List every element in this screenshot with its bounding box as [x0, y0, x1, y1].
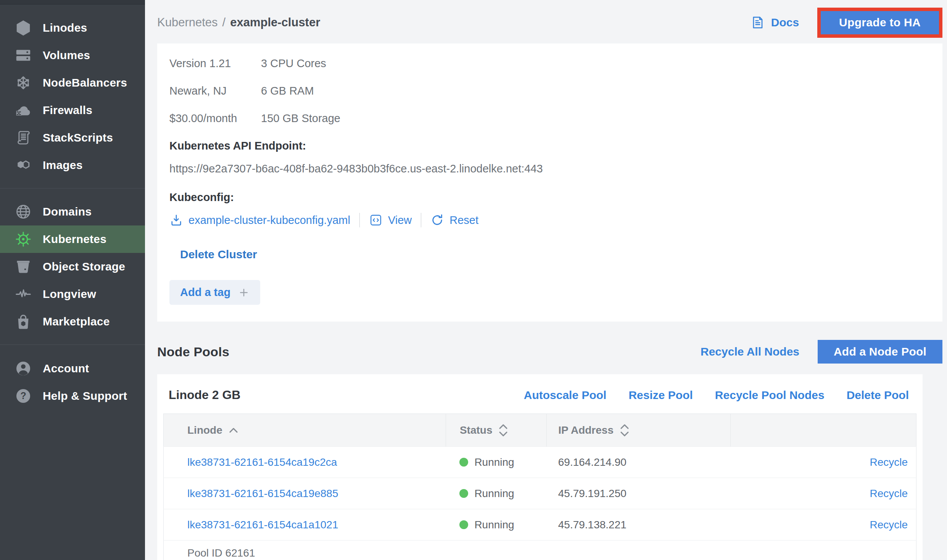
column-header-linode[interactable]: Linode: [164, 414, 446, 447]
status-dot-running: [459, 489, 468, 498]
sidebar-item-kubernetes[interactable]: Kubernetes: [0, 225, 145, 253]
status-label: Running: [474, 456, 514, 468]
sidebar-item-nodebalancers[interactable]: NodeBalancers: [0, 69, 145, 97]
status-label: Running: [474, 519, 514, 531]
sidebar-item-stackscripts[interactable]: StackScripts: [0, 124, 145, 151]
sidebar-item-linodes[interactable]: Linodes: [0, 14, 145, 42]
delete-cluster-link[interactable]: Delete Cluster: [180, 248, 257, 261]
plus-icon: [238, 287, 250, 298]
sidebar-item-label: Linodes: [43, 21, 87, 34]
kubeconfig-row: example-cluster-kubeconfig.yaml View Res…: [169, 213, 927, 227]
column-label: Linode: [187, 424, 222, 436]
sidebar: Linodes Volumes NodeBalancers: [0, 0, 145, 560]
sidebar-item-images[interactable]: Images: [0, 151, 145, 179]
view-kubeconfig-link[interactable]: View: [369, 213, 412, 227]
linodes-icon: [14, 18, 33, 37]
breadcrumb: Kubernetes / example-cluster: [157, 16, 320, 29]
breadcrumb-cluster-name: example-cluster: [230, 16, 320, 29]
node-ip: 45.79.191.250: [547, 478, 730, 509]
sidebar-top-strip: [0, 0, 145, 5]
docs-label: Docs: [771, 16, 799, 29]
delete-pool-link[interactable]: Delete Pool: [847, 389, 909, 402]
reset-label: Reset: [449, 214, 478, 227]
recycle-node-link[interactable]: Recycle: [870, 456, 908, 468]
sidebar-item-marketplace[interactable]: Marketplace: [0, 308, 145, 335]
status-label: Running: [474, 488, 514, 500]
autoscale-pool-link[interactable]: Autoscale Pool: [524, 389, 607, 402]
sidebar-item-domains[interactable]: Domains: [0, 198, 145, 225]
nodebalancers-icon: [14, 73, 33, 92]
download-icon: [169, 213, 183, 227]
sidebar-divider: [0, 188, 145, 188]
node-link[interactable]: lke38731-62161-6154ca19e885: [187, 488, 338, 500]
node-pools-header: Node Pools Recycle All Nodes Add a Node …: [157, 340, 942, 364]
recycle-pool-nodes-link[interactable]: Recycle Pool Nodes: [715, 389, 825, 402]
sort-both-icon: [620, 423, 630, 437]
kubernetes-icon: [14, 230, 33, 249]
sidebar-item-label: NodeBalancers: [43, 76, 127, 89]
sidebar-item-object-storage[interactable]: Object Storage: [0, 253, 145, 280]
sidebar-item-label: Marketplace: [43, 315, 110, 328]
recycle-node-link[interactable]: Recycle: [870, 519, 908, 531]
svg-text:?: ?: [20, 390, 26, 401]
separator: [421, 213, 421, 227]
docs-icon: [751, 15, 765, 30]
pool-id: Pool ID 62161: [164, 541, 916, 560]
main-content: Kubernetes / example-cluster Docs Upgrad…: [145, 0, 947, 560]
upgrade-to-ha-button[interactable]: Upgrade to HA: [821, 11, 939, 34]
cluster-summary-card: Version 1.21 3 CPU Cores Newark, NJ 6 GB…: [157, 43, 942, 322]
upgrade-ha-highlight-box: Upgrade to HA: [817, 8, 942, 38]
cluster-ram: 6 GB RAM: [261, 85, 314, 97]
status-dot-running: [459, 520, 468, 529]
breadcrumb-kubernetes-link[interactable]: Kubernetes: [157, 16, 218, 29]
kubeconfig-download-link[interactable]: example-cluster-kubeconfig.yaml: [169, 213, 350, 227]
spec-row: Version 1.21 3 CPU Cores: [169, 57, 927, 70]
sidebar-item-volumes[interactable]: Volumes: [0, 42, 145, 69]
table-row: lke38731-62161-6154ca19c2ca Running 69.1…: [164, 447, 916, 478]
column-header-actions: [730, 414, 916, 447]
volumes-icon: [14, 46, 33, 65]
stackscripts-icon: [14, 128, 33, 147]
status-dot-running: [459, 458, 468, 467]
cluster-storage: 150 GB Storage: [261, 112, 340, 125]
kubeconfig-label: Kubeconfig:: [169, 191, 927, 204]
recycle-all-nodes-link[interactable]: Recycle All Nodes: [701, 345, 799, 358]
sidebar-item-label: Object Storage: [43, 260, 125, 273]
linode-cloud-manager: Linodes Volumes NodeBalancers: [0, 0, 947, 560]
node-ip: 69.164.214.90: [547, 447, 730, 478]
images-icon: [14, 156, 33, 175]
api-endpoint-url: https://9e2a7307-b6ac-408f-ba62-9483b0b3…: [169, 163, 927, 175]
sidebar-item-account[interactable]: Account: [0, 355, 145, 382]
column-header-status[interactable]: Status: [446, 414, 546, 447]
help-icon: ?: [14, 386, 33, 406]
reset-kubeconfig-link[interactable]: Reset: [430, 213, 478, 227]
sidebar-item-longview[interactable]: Longview: [0, 280, 145, 308]
spec-row: Newark, NJ 6 GB RAM: [169, 85, 927, 97]
node-link[interactable]: lke38731-62161-6154ca1a1021: [187, 519, 338, 531]
node-pools-actions: Recycle All Nodes Add a Node Pool: [701, 340, 942, 364]
column-label: IP Address: [558, 424, 614, 436]
recycle-node-link[interactable]: Recycle: [870, 488, 908, 500]
sort-ascending-icon: [229, 427, 238, 433]
cluster-cpu: 3 CPU Cores: [261, 57, 326, 70]
add-node-pool-button[interactable]: Add a Node Pool: [818, 340, 942, 364]
resize-pool-link[interactable]: Resize Pool: [628, 389, 693, 402]
api-endpoint-label: Kubernetes API Endpoint:: [169, 140, 927, 152]
sidebar-item-label: Help & Support: [43, 389, 127, 402]
sidebar-item-label: Longview: [43, 288, 96, 301]
sidebar-item-label: Account: [43, 362, 89, 375]
add-tag-button[interactable]: Add a tag: [169, 280, 260, 305]
object-storage-icon: [14, 257, 33, 276]
kubeconfig-filename: example-cluster-kubeconfig.yaml: [188, 214, 350, 227]
node-pool-card: Linode 2 GB Autoscale Pool Resize Pool R…: [157, 374, 923, 560]
account-icon: [14, 359, 33, 378]
firewalls-icon: [14, 101, 33, 120]
sidebar-item-firewalls[interactable]: Firewalls: [0, 97, 145, 124]
pool-card-header: Linode 2 GB Autoscale Pool Resize Pool R…: [163, 383, 916, 414]
node-link[interactable]: lke38731-62161-6154ca19c2ca: [187, 456, 337, 468]
column-header-ip-address[interactable]: IP Address: [547, 414, 730, 447]
sidebar-item-help-support[interactable]: ? Help & Support: [0, 382, 145, 410]
breadcrumb-separator: /: [222, 16, 226, 29]
add-tag-row: Add a tag: [169, 280, 927, 305]
docs-link[interactable]: Docs: [751, 15, 799, 30]
